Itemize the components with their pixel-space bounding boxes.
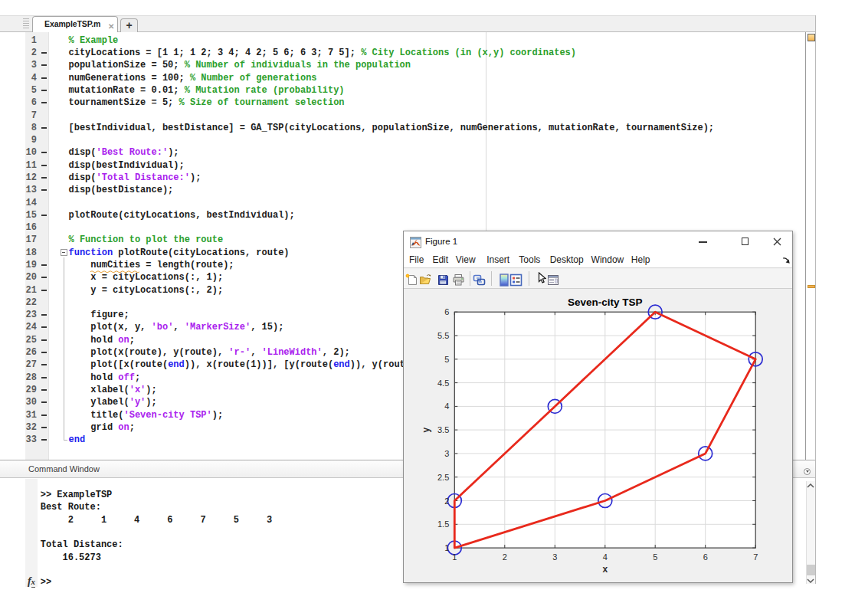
svg-text:y: y — [421, 427, 431, 432]
svg-text:5: 5 — [653, 552, 657, 562]
svg-text:7: 7 — [753, 552, 758, 562]
svg-text:2: 2 — [503, 552, 507, 562]
svg-text:5.5: 5.5 — [437, 331, 449, 340]
svg-text:1.5: 1.5 — [437, 519, 449, 529]
svg-text:4.5: 4.5 — [437, 378, 449, 387]
svg-text:1: 1 — [452, 552, 457, 562]
svg-text:3: 3 — [444, 448, 449, 457]
svg-text:Seven-city TSP: Seven-city TSP — [568, 297, 643, 308]
svg-text:5: 5 — [444, 354, 449, 363]
svg-text:4: 4 — [603, 552, 608, 562]
svg-text:6: 6 — [444, 307, 449, 316]
svg-text:6: 6 — [703, 552, 708, 562]
svg-text:3: 3 — [552, 552, 557, 562]
svg-text:4: 4 — [444, 401, 449, 411]
svg-text:2: 2 — [444, 496, 449, 505]
svg-text:3.5: 3.5 — [437, 425, 449, 434]
svg-text:1: 1 — [444, 543, 449, 552]
svg-text:2.5: 2.5 — [437, 472, 449, 481]
svg-text:x: x — [602, 564, 608, 575]
